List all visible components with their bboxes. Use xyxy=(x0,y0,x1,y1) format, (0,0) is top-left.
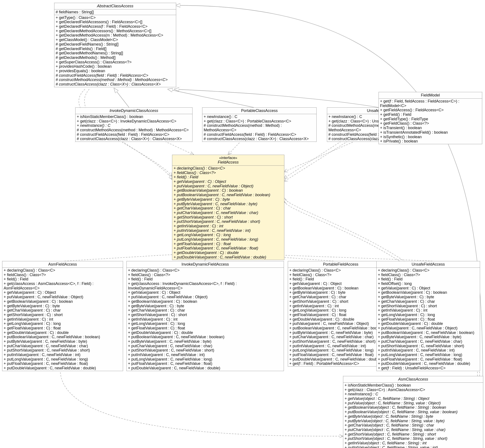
class-name: InvokeDynamicFieldAccess xyxy=(181,262,229,266)
method-row: + getBooleanValue(parent : C) : boolean xyxy=(4,299,122,304)
methods-compartment: + declaringClass() : Class<C>+ fieldClas… xyxy=(377,268,480,371)
method-row: # constructFieldAccess(field : Field) : … xyxy=(204,132,315,137)
method-row: + declaringClass() : Class<C> xyxy=(4,268,122,273)
method-row: + putIntValue(parent : C, newFieldValue … xyxy=(378,348,478,352)
edge-UnsafeClassAccess-AbstractClassAccess xyxy=(174,89,378,107)
class-UnsafeFieldAccess: UnsafeFieldAccess+ declaringClass() : Cl… xyxy=(376,261,480,371)
method-row: # getDeclaredMethods() : Method[] xyxy=(56,56,175,60)
method-row: + getDoubleValue(parent : C) : double xyxy=(378,321,478,326)
method-row: + getCharValue(parent : C) : char xyxy=(4,308,122,313)
class-name: AbstractClassAccess xyxy=(97,4,133,8)
method-row: + getCharValue(parent : C) : char xyxy=(128,308,282,313)
method-row: + putShortValue(parent : C, newFieldValu… xyxy=(128,348,282,352)
method-row: + putCharValue(parent : C, newFieldValue… xyxy=(378,339,478,344)
method-row: + putByteValue(parent : C, newFieldValue… xyxy=(378,335,478,339)
method-row: + putLongValue(parent : C, newFieldValue… xyxy=(378,352,478,357)
method-row: + getValue(object : C, fieldName : Strin… xyxy=(345,396,482,401)
method-row: + field() : Field xyxy=(128,277,282,281)
method-row: + get(clazz : Class<C>) : InvokeDynamicC… xyxy=(77,119,191,124)
field-row: # fieldNames : String[] xyxy=(56,10,175,14)
method-row: + field() : Field xyxy=(173,175,283,179)
class-title: UnsafeFieldAccess xyxy=(377,261,480,268)
method-row: + putIntValue(parent : C, newFieldValue … xyxy=(4,352,122,357)
method-row: + getSuperClassAccess() : ClassAccess<?> xyxy=(56,60,175,64)
method-row: + putLongValue(parent : C, newFieldValue… xyxy=(173,237,283,242)
method-row: + getFieldClass() : Class<?> xyxy=(380,121,481,126)
method-row: + getLongValue(parent : C) : long xyxy=(378,313,478,317)
class-FieldAccess: «interface»FieldAccess+ declaringClass()… xyxy=(172,155,284,260)
method-row: + getBooleanValue(parent : C) : boolean xyxy=(378,290,478,295)
method-row: + getClassModel() : ClassModel<C> xyxy=(56,38,175,42)
class-title: InvokeDynamicClassAccess xyxy=(75,108,192,114)
method-row: + putLongValue(parent : C, newFieldValue… xyxy=(4,357,122,362)
method-row: + putShortValue(parent : C, newFieldValu… xyxy=(4,348,122,352)
class-name: FieldModel xyxy=(421,93,440,97)
method-row: + putCharValue(object : C, fieldName : S… xyxy=(345,428,482,432)
class-name: InvokeDynamicClassAccess xyxy=(109,109,158,113)
method-row: + getValue(parent : C) : Object xyxy=(378,286,478,290)
method-row: + getDeclaredMethodAccess(m : Method) : … xyxy=(56,33,175,38)
method-row: + getLongValue(parent : C) : long xyxy=(173,233,283,237)
method-row: + putFloatValue(parent : C, newFieldValu… xyxy=(4,361,122,366)
method-row: + getDoubleValue(parent : C) : double xyxy=(4,330,122,335)
method-row: + getFieldType() : FieldType xyxy=(380,117,481,121)
method-row: + getShortValue(parent : C) : short xyxy=(4,313,122,317)
methods-compartment: + declaringClass() : Class<C>+ fieldClas… xyxy=(172,166,284,260)
method-row: + fieldClass() : Class<?> xyxy=(378,273,478,277)
method-row: + getByteValue(parent : C) : byte xyxy=(378,295,478,299)
class-title: PortableClassAccess xyxy=(202,108,316,114)
method-row: + getIntValue(parent : C) : int xyxy=(4,317,122,322)
method-row: + putCharValue(parent : C, newFieldValue… xyxy=(128,344,282,348)
method-row: + getFloatValue(parent : C) : float xyxy=(4,326,122,330)
method-row: + putDoubleValue(parent : C, newFieldVal… xyxy=(4,366,122,370)
method-row: # constructClassAccess(clazz : Class<X>)… xyxy=(204,137,315,141)
method-row: + putShortValue(parent : C, newFieldValu… xyxy=(173,219,283,224)
method-row: + getFieldAccess() : FieldAccess<C> xyxy=(380,108,481,112)
method-row: + getIntValue(parent : C) : int xyxy=(128,317,282,322)
class-FieldModel: FieldModel+ get(f : Field, fieldAccess :… xyxy=(378,92,482,144)
class-title: AsmClassAccess xyxy=(343,376,483,383)
method-row: + getLongValue(parent : C) : long xyxy=(4,321,122,326)
method-row: + getByteValue(parent : C) : byte xyxy=(4,304,122,308)
method-row: + fieldClass() : Class<?> xyxy=(4,273,122,277)
method-row: + getIntValue(object : C, fieldName : St… xyxy=(345,441,482,445)
method-row: + putFloatValue(parent : C, newFieldValu… xyxy=(378,357,478,362)
method-row: + putFloatValue(parent : C, newFieldValu… xyxy=(173,246,283,250)
method-row: + getBooleanValue(parent : C) : boolean xyxy=(173,188,283,193)
method-row: + putBooleanValue(parent : C, newFieldVa… xyxy=(128,335,282,339)
edge-UnsafeClassAccess-FieldAccess xyxy=(284,137,366,172)
method-row: + getValue(parent : C) : Object xyxy=(4,290,122,295)
method-row: + getCharValue(parent : C) : char xyxy=(378,299,478,304)
fields-compartment: # fieldNames : String[] xyxy=(54,9,176,15)
method-row: + putByteValue(parent : C, newFieldValue… xyxy=(173,202,283,206)
method-row: # constructMethodAccess(method : Method)… xyxy=(56,78,175,82)
class-title: InvokeDynamicFieldAccess xyxy=(127,261,284,268)
method-row: + putValue(parent : C, newFieldValue : O… xyxy=(128,295,282,299)
method-row: + get(classAccess : InvokeDynamicClassAc… xyxy=(128,281,282,290)
class-title: AsmFieldAccess xyxy=(2,261,123,268)
class-AsmClassAccess: AsmClassAccess+ isNonStaticMemberClass()… xyxy=(343,376,483,448)
method-row: + getField() : Field xyxy=(380,112,481,117)
method-row: + putIntValue(parent : C, newFieldValue … xyxy=(173,228,283,233)
class-PortableClassAccess: PortableClassAccess+ newInstance() : C+ … xyxy=(202,107,317,142)
method-row: + getByteValue(parent : C) : byte xyxy=(173,197,283,202)
method-row: + putCharValue(parent : C, newFieldValue… xyxy=(4,344,122,348)
method-row: + getDoubleValue(parent : C) : double xyxy=(128,330,282,335)
method-row: + getDeclaredMethodAccessors() : MethodA… xyxy=(56,29,175,33)
methods-compartment: + declaringClass() : Class<C>+ fieldClas… xyxy=(2,268,123,371)
method-row: + newInstance() : C xyxy=(345,392,482,396)
method-row: + fieldClass() : Class<?> xyxy=(173,171,283,175)
class-title: AbstractClassAccess xyxy=(54,3,176,9)
method-row: + getValue(parent : C) : Object xyxy=(128,290,282,295)
method-row: # constructMethodAccess(method : Method)… xyxy=(77,128,191,132)
stereotype: «interface» xyxy=(173,156,283,160)
method-row: + putBooleanValue(parent : C, newFieldVa… xyxy=(378,330,478,335)
method-row: + isPrivate() : boolean xyxy=(380,139,481,144)
method-row: # getDeclaredMethodNames() : String[] xyxy=(56,51,175,56)
method-row: + getLongValue(parent : C) : long xyxy=(128,321,282,326)
methods-compartment: + isNonStaticMemberClass() : boolean+ ge… xyxy=(343,383,483,448)
method-row: + getFloatValue(parent : C) : float xyxy=(378,317,478,322)
method-row: + isNonStaticMemberClass() : boolean xyxy=(345,383,482,388)
method-row: + fieldClass() : Class<?> xyxy=(128,273,282,277)
method-row: + declaringClass() : Class<C> xyxy=(378,268,478,273)
